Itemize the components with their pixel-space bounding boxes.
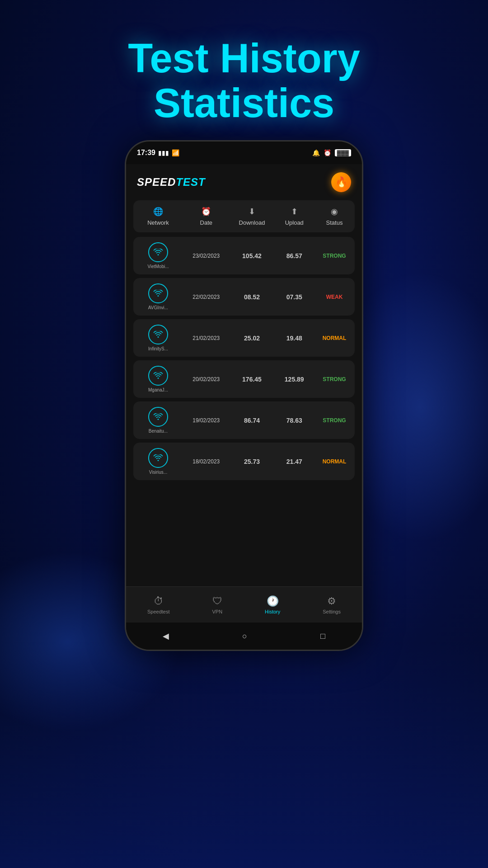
status-badge: STRONG bbox=[319, 253, 350, 259]
download-cell: 176.45 bbox=[234, 376, 270, 383]
col-header-status: ◉ Status bbox=[319, 207, 350, 226]
date-cell: 18/02/2023 bbox=[185, 458, 228, 465]
status-bar: 17:39 ▮▮▮ 📶 🔔 ⏰ ▓▓▓ bbox=[126, 142, 362, 164]
network-name: Visirius... bbox=[149, 470, 167, 475]
network-header-label: Network bbox=[147, 219, 169, 226]
download-cell: 86.74 bbox=[234, 417, 270, 424]
upload-cell: 78.63 bbox=[276, 417, 312, 424]
network-header-icon: 🌐 bbox=[153, 207, 163, 217]
date-cell: 23/02/2023 bbox=[185, 253, 228, 259]
network-cell: Visirius... bbox=[138, 448, 178, 475]
download-header-icon: ⬇ bbox=[249, 207, 255, 217]
speedtest-nav-label: Speedtest bbox=[147, 609, 170, 614]
wifi-icon bbox=[148, 325, 168, 344]
fire-icon: 🔥 bbox=[335, 176, 347, 188]
download-cell: 105.42 bbox=[234, 252, 270, 259]
network-name: MganaJ... bbox=[148, 387, 168, 392]
table-row[interactable]: InfinityS... 21/02/2023 25.02 19.48 NORM… bbox=[133, 319, 355, 357]
bottom-nav: ⏱ Speedtest 🛡 VPN 🕐 History ⚙ Settings bbox=[126, 586, 362, 623]
upload-cell: 07.35 bbox=[276, 293, 312, 301]
status-badge: NORMAL bbox=[319, 458, 350, 465]
settings-nav-label: Settings bbox=[323, 609, 341, 614]
date-cell: 22/02/2023 bbox=[185, 294, 228, 300]
recent-button[interactable]: □ bbox=[320, 632, 325, 641]
network-cell: InfinityS... bbox=[138, 325, 178, 351]
wifi-icon bbox=[148, 448, 168, 468]
page-header: Test History Statistics bbox=[0, 0, 488, 126]
table-header: 🌐 Network ⏰ Date ⬇ Download ⬆ Upload ◉ S… bbox=[133, 200, 355, 232]
app-logo: SPEED TEST bbox=[137, 176, 206, 189]
history-list: VietMobi... 23/02/2023 105.42 86.57 STRO… bbox=[126, 232, 362, 586]
col-header-date: ⏰ Date bbox=[185, 207, 228, 226]
date-header-icon: ⏰ bbox=[201, 207, 211, 217]
back-button[interactable]: ◀ bbox=[163, 631, 169, 641]
wifi-icon bbox=[148, 242, 168, 262]
vpn-nav-label: VPN bbox=[212, 609, 222, 614]
status-badge: STRONG bbox=[319, 376, 350, 382]
upload-header-label: Upload bbox=[285, 219, 304, 226]
nav-speedtest[interactable]: ⏱ Speedtest bbox=[147, 595, 170, 614]
signal-icon: ▮▮▮ bbox=[158, 149, 169, 156]
upload-header-icon: ⬆ bbox=[291, 207, 298, 217]
network-cell: VietMobi... bbox=[138, 242, 178, 269]
logo-speed: SPEED bbox=[137, 176, 176, 189]
network-cell: Benaitu... bbox=[138, 407, 178, 434]
nav-history[interactable]: 🕐 History bbox=[265, 595, 280, 614]
network-name: Benaitu... bbox=[149, 429, 168, 434]
vibrate-icon: 🔔 bbox=[312, 149, 320, 156]
table-row[interactable]: Visirius... 18/02/2023 25.73 21.47 NORMA… bbox=[133, 443, 355, 480]
date-cell: 21/02/2023 bbox=[185, 335, 228, 341]
upload-cell: 19.48 bbox=[276, 335, 312, 342]
download-header-label: Download bbox=[239, 219, 265, 226]
vpn-nav-icon: 🛡 bbox=[212, 595, 222, 607]
wifi-icon bbox=[148, 407, 168, 427]
battery-icon: ▓▓▓ bbox=[335, 149, 351, 156]
alarm-icon: ⏰ bbox=[324, 149, 331, 156]
settings-nav-icon: ⚙ bbox=[327, 595, 336, 607]
date-cell: 20/02/2023 bbox=[185, 376, 228, 382]
history-nav-label: History bbox=[265, 609, 280, 614]
date-cell: 19/02/2023 bbox=[185, 417, 228, 424]
col-header-download: ⬇ Download bbox=[234, 207, 270, 226]
table-row[interactable]: Benaitu... 19/02/2023 86.74 78.63 STRONG bbox=[133, 401, 355, 439]
app-header: SPEED TEST 🔥 bbox=[126, 164, 362, 200]
phone-frame: 17:39 ▮▮▮ 📶 🔔 ⏰ ▓▓▓ SPEED TEST 🔥 🌐 Netw bbox=[125, 140, 363, 651]
upload-cell: 125.89 bbox=[276, 376, 312, 383]
page-title: Test History Statistics bbox=[0, 36, 488, 126]
upload-cell: 86.57 bbox=[276, 252, 312, 259]
speedtest-nav-icon: ⏱ bbox=[154, 595, 164, 607]
nav-settings[interactable]: ⚙ Settings bbox=[323, 595, 341, 614]
table-row[interactable]: MganaJ... 20/02/2023 176.45 125.89 STRON… bbox=[133, 360, 355, 398]
wifi-status-icon: 📶 bbox=[172, 149, 179, 156]
download-cell: 08.52 bbox=[234, 293, 270, 301]
download-cell: 25.02 bbox=[234, 335, 270, 342]
status-badge: WEAK bbox=[319, 294, 350, 300]
network-cell: AVGInvi... bbox=[138, 283, 178, 310]
wifi-icon bbox=[148, 366, 168, 386]
col-header-network: 🌐 Network bbox=[138, 207, 178, 226]
status-badge: STRONG bbox=[319, 417, 350, 424]
network-name: VietMobi... bbox=[147, 264, 169, 269]
network-name: InfinityS... bbox=[148, 346, 168, 351]
status-header-label: Status bbox=[326, 219, 343, 226]
download-cell: 25.73 bbox=[234, 458, 270, 465]
app-content: SPEED TEST 🔥 🌐 Network ⏰ Date ⬇ Download bbox=[126, 164, 362, 650]
status-time: 17:39 bbox=[137, 149, 155, 157]
logo-test: TEST bbox=[176, 176, 205, 189]
history-nav-icon: 🕐 bbox=[267, 595, 279, 607]
col-header-upload: ⬆ Upload bbox=[276, 207, 312, 226]
fire-button[interactable]: 🔥 bbox=[331, 172, 351, 192]
android-nav-bar: ◀ ○ □ bbox=[126, 623, 362, 650]
home-button[interactable]: ○ bbox=[242, 632, 247, 641]
network-name: AVGInvi... bbox=[148, 305, 168, 310]
upload-cell: 21.47 bbox=[276, 458, 312, 465]
date-header-label: Date bbox=[200, 219, 212, 226]
table-row[interactable]: AVGInvi... 22/02/2023 08.52 07.35 WEAK bbox=[133, 278, 355, 316]
network-cell: MganaJ... bbox=[138, 366, 178, 392]
status-header-icon: ◉ bbox=[331, 207, 338, 217]
nav-vpn[interactable]: 🛡 VPN bbox=[212, 595, 222, 614]
table-row[interactable]: VietMobi... 23/02/2023 105.42 86.57 STRO… bbox=[133, 237, 355, 274]
wifi-icon bbox=[148, 283, 168, 303]
status-badge: NORMAL bbox=[319, 335, 350, 341]
